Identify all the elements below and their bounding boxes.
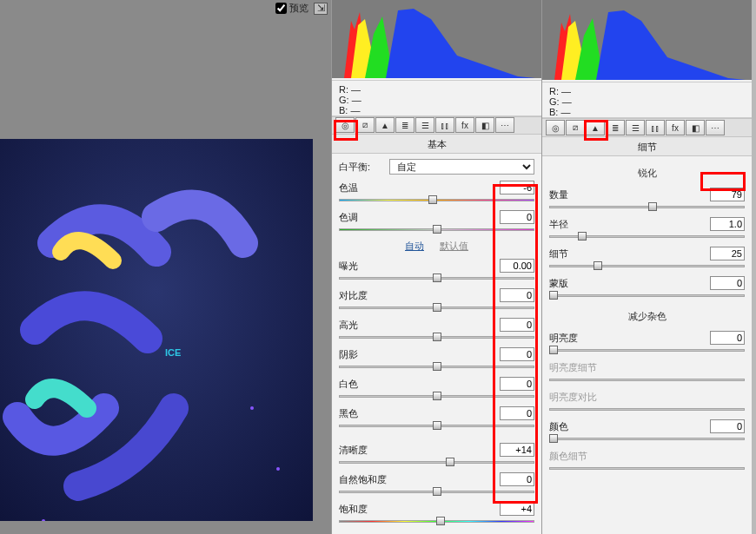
temp-slider[interactable] <box>428 195 437 204</box>
tab-bar-basic: ◎ ⧄ ▲ ≣ ☰ ⫿⫿ fx ◧ ⋯ <box>332 116 541 135</box>
detail-input[interactable] <box>710 247 745 260</box>
clarity-label: 清晰度 <box>339 444 389 457</box>
tab-bar-detail: ◎ ⧄ ▲ ≣ ☰ ⫿⫿ fx ◧ ⋯ <box>542 118 752 137</box>
image-canvas[interactable]: ICE <box>0 139 313 521</box>
preview-text: 预览 <box>289 2 308 15</box>
preview-toggle-label: 预览 <box>275 2 308 15</box>
contrast-slider[interactable] <box>433 303 441 312</box>
saturation-label: 饱和度 <box>339 503 389 516</box>
aperture-icon-2[interactable]: ◎ <box>546 120 565 135</box>
vibrance-label: 自然饱和度 <box>339 473 398 486</box>
vibrance-input[interactable] <box>500 472 534 486</box>
curves-icon-2[interactable]: ⫿⫿ <box>646 120 665 135</box>
auto-link[interactable]: 自动 <box>405 240 424 253</box>
vibrance-slider[interactable] <box>433 487 441 496</box>
color-label: 颜色 <box>549 420 600 433</box>
clarity-input[interactable] <box>500 443 534 457</box>
amount-slider[interactable] <box>648 202 657 211</box>
g-value-2: G: — <box>549 96 745 107</box>
highlights-slider[interactable] <box>433 333 441 341</box>
lum-input[interactable] <box>710 331 745 345</box>
preview-bar: 预览 ⇲ <box>275 2 328 15</box>
amount-input[interactable] <box>710 188 745 201</box>
color-slider[interactable] <box>549 434 558 443</box>
blacks-slider[interactable] <box>433 421 441 430</box>
default-link[interactable]: 默认值 <box>440 240 468 253</box>
b-value-2: B: — <box>549 107 745 117</box>
mix-icon-2[interactable]: ◧ <box>686 120 705 135</box>
saturation-input[interactable] <box>500 502 534 516</box>
r-value-2: R: — <box>549 86 745 96</box>
lines-icon[interactable]: ≣ <box>395 117 414 133</box>
contrast-label: 对比度 <box>339 289 389 302</box>
basic-panel: R: — G: — B: — ◎ ⧄ ▲ ≣ ☰ ⫿⫿ fx ◧ ⋯ 基本 白平… <box>331 0 541 534</box>
detail-slider[interactable] <box>594 261 602 270</box>
white-balance-select[interactable]: 自定 <box>389 159 534 175</box>
clarity-slider[interactable] <box>446 458 454 466</box>
detail-label: 细节 <box>549 247 600 260</box>
radius-slider[interactable] <box>578 232 587 241</box>
preview-pane: 预览 ⇲ ICE <box>0 0 331 534</box>
mix-icon[interactable]: ◧ <box>475 117 494 133</box>
sharpen-header: 锐化 <box>549 167 745 180</box>
coldet-label: 颜色细节 <box>549 450 600 463</box>
shadows-slider[interactable] <box>433 362 441 371</box>
temp-input[interactable] <box>500 181 534 194</box>
masking-label: 蒙版 <box>549 277 600 290</box>
lines-icon-2[interactable]: ≣ <box>606 120 625 135</box>
contrast-input[interactable] <box>500 288 534 302</box>
svg-text:ICE: ICE <box>165 347 181 358</box>
radius-label: 半径 <box>549 218 600 231</box>
eq-icon-2[interactable]: ☰ <box>626 120 645 135</box>
eq-icon[interactable]: ☰ <box>415 117 434 133</box>
triangle-icon[interactable]: ▲ <box>375 117 395 133</box>
lumcon-label: 明亮度对比 <box>549 391 608 404</box>
radius-input[interactable] <box>710 217 745 231</box>
lum-label: 明亮度 <box>549 332 600 345</box>
blacks-input[interactable] <box>500 406 534 420</box>
amount-label: 数量 <box>549 188 600 201</box>
lumdet-label: 明亮度细节 <box>549 361 608 374</box>
b-value: B: — <box>339 105 534 115</box>
histogram-2 <box>542 0 752 80</box>
preview-checkbox[interactable] <box>275 3 287 14</box>
tint-label: 色调 <box>339 211 389 224</box>
shadows-input[interactable] <box>500 347 534 361</box>
saturation-slider[interactable] <box>436 517 445 525</box>
rgb-readout: R: — G: — B: — <box>332 80 541 116</box>
svg-point-5 <box>250 406 254 410</box>
exposure-label: 曝光 <box>339 260 389 273</box>
curves-icon[interactable]: ⫿⫿ <box>435 117 454 133</box>
crop-icon[interactable]: ⧄ <box>355 117 375 133</box>
more-icon[interactable]: ⋯ <box>495 117 514 133</box>
detail-title: 细节 <box>542 137 752 156</box>
exposure-input[interactable] <box>500 259 534 273</box>
aperture-icon[interactable]: ◎ <box>335 117 355 133</box>
fx-icon-2[interactable]: fx <box>666 120 685 135</box>
exposure-slider[interactable] <box>433 274 441 282</box>
tint-slider[interactable] <box>433 225 441 234</box>
highlights-input[interactable] <box>500 318 534 332</box>
g-value: G: — <box>339 95 534 105</box>
detail-panel: R: — G: — B: — ◎ ⧄ ▲ ≣ ☰ ⫿⫿ fx ◧ ⋯ 细节 锐化… <box>541 0 752 534</box>
fullscreen-button[interactable]: ⇲ <box>314 3 328 15</box>
temp-label: 色温 <box>339 181 389 194</box>
masking-input[interactable] <box>710 276 745 290</box>
svg-point-3 <box>276 467 280 471</box>
rgb-readout-2: R: — G: — B: — <box>542 82 752 118</box>
histogram <box>332 0 541 78</box>
crop-icon-2[interactable]: ⧄ <box>566 120 585 135</box>
whites-input[interactable] <box>500 377 534 391</box>
more-icon-2[interactable]: ⋯ <box>706 120 725 135</box>
tint-input[interactable] <box>500 210 534 224</box>
fx-icon[interactable]: fx <box>455 117 474 133</box>
color-input[interactable] <box>710 419 745 433</box>
blacks-label: 黑色 <box>339 407 389 420</box>
whites-slider[interactable] <box>433 392 441 400</box>
lum-slider[interactable] <box>549 346 558 354</box>
basic-title: 基本 <box>332 135 541 154</box>
wb-label: 白平衡: <box>339 161 389 174</box>
masking-slider[interactable] <box>549 291 558 300</box>
shadows-label: 阴影 <box>339 348 389 361</box>
triangle-icon-2[interactable]: ▲ <box>586 120 605 135</box>
